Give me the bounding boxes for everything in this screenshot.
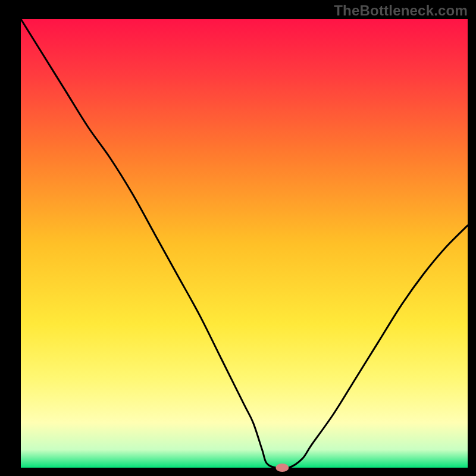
- bottleneck-chart: [0, 0, 476, 476]
- plot-background: [21, 19, 468, 468]
- chart-frame: TheBottleneck.com: [0, 0, 476, 476]
- optimal-marker: [275, 464, 289, 472]
